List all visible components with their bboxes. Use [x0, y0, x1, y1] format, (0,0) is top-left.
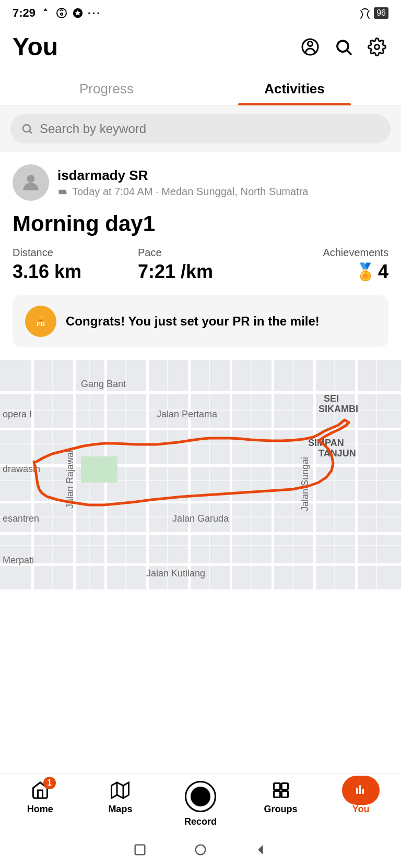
stat-achievements: Achievements 🏅 4 — [263, 247, 388, 283]
nav-circle[interactable] — [191, 840, 210, 859]
user-info: isdarmady SR Today at 7:04 AM · Medan Su… — [13, 164, 388, 201]
achievements-value: 4 — [378, 261, 388, 283]
tab-activities[interactable]: Activities — [200, 71, 388, 105]
system-nav-bar — [0, 831, 401, 868]
stat-distance: Distance 3.16 km — [13, 247, 138, 283]
nav-square[interactable] — [131, 840, 149, 859]
svg-point-3 — [308, 41, 313, 46]
svg-text:esantren: esantren — [3, 513, 39, 524]
shoe-icon — [57, 187, 68, 197]
nav-record[interactable]: Record — [160, 780, 241, 827]
svg-rect-38 — [209, 360, 210, 589]
status-bar: 7:29 ··· 96 — [0, 0, 401, 24]
page-title: You — [13, 32, 58, 61]
svg-point-4 — [337, 41, 348, 52]
svg-marker-58 — [112, 782, 129, 798]
svg-point-6 — [375, 44, 380, 49]
svg-rect-68 — [362, 789, 364, 794]
svg-rect-40 — [292, 360, 293, 589]
achievements-label: Achievements — [263, 247, 388, 259]
svg-rect-43 — [81, 456, 117, 483]
svg-text:Jalan Rajawali: Jalan Rajawali — [65, 448, 75, 509]
activity-card: isdarmady SR Today at 7:04 AM · Medan Su… — [0, 152, 401, 347]
search-input[interactable] — [40, 122, 380, 136]
svg-rect-27 — [313, 360, 316, 589]
svg-rect-31 — [0, 480, 401, 481]
svg-line-5 — [347, 50, 351, 54]
distance-label: Distance — [13, 247, 138, 259]
svg-text:SEI: SEI — [324, 393, 339, 404]
nav-groups-label: Groups — [264, 804, 298, 815]
record-button[interactable] — [185, 781, 216, 812]
svg-rect-42 — [376, 360, 377, 589]
svg-rect-19 — [0, 563, 401, 566]
tab-progress[interactable]: Progress — [13, 71, 200, 105]
svg-rect-18 — [0, 532, 401, 535]
nav-home-label: Home — [27, 804, 53, 815]
svg-rect-28 — [355, 360, 358, 589]
svg-point-70 — [196, 845, 206, 855]
svg-rect-16 — [0, 464, 401, 467]
search-icon[interactable] — [332, 35, 355, 58]
avatar — [13, 164, 49, 201]
svg-rect-66 — [356, 788, 358, 794]
you-icon — [351, 780, 370, 799]
svg-text:Jalan Kutilang: Jalan Kutilang — [146, 568, 205, 578]
svg-rect-69 — [135, 845, 145, 855]
header-actions — [299, 35, 388, 58]
stats-row: Distance 3.16 km Pace 7:21 /km Achieveme… — [13, 247, 388, 283]
svg-rect-13 — [0, 360, 401, 589]
nav-maps-label: Maps — [108, 804, 132, 815]
groups-icon — [272, 781, 290, 800]
stat-pace: Pace 7:21 /km — [138, 247, 263, 283]
svg-text:TANJUN: TANJUN — [319, 448, 356, 459]
svg-rect-39 — [251, 360, 252, 589]
svg-text:PR: PR — [37, 321, 45, 327]
svg-rect-14 — [0, 391, 401, 394]
svg-rect-24 — [188, 360, 191, 589]
svg-rect-64 — [281, 791, 288, 798]
nav-back[interactable] — [252, 840, 270, 859]
svg-rect-26 — [272, 360, 274, 589]
settings-icon[interactable] — [365, 35, 388, 58]
nav-maps[interactable]: Maps — [80, 780, 161, 827]
svg-rect-25 — [230, 360, 232, 589]
page-header: You — [0, 24, 401, 71]
svg-text:Jalan Pertama: Jalan Pertama — [157, 409, 218, 419]
username: isdarmady SR — [57, 167, 308, 184]
nav-groups[interactable]: Groups — [241, 780, 321, 827]
pr-icon: 🏆 PR — [25, 306, 56, 337]
svg-point-7 — [23, 125, 30, 132]
pace-value: 7:21 /km — [138, 261, 263, 283]
svg-text:Jalan Sungai: Jalan Sungai — [300, 457, 310, 511]
activity-title: Morning day1 — [13, 211, 388, 236]
svg-text:opera I: opera I — [3, 409, 32, 419]
pace-label: Pace — [138, 247, 263, 259]
svg-rect-34 — [52, 360, 53, 589]
pr-banner: 🏆 PR Congrats! You just set your PR in t… — [13, 295, 388, 347]
tab-bar: Progress Activities — [0, 71, 401, 106]
search-box[interactable] — [10, 114, 391, 143]
pr-message: Congrats! You just set your PR in the mi… — [66, 314, 320, 329]
home-badge: 1 — [43, 777, 56, 789]
svg-rect-63 — [274, 791, 280, 798]
nav-home[interactable]: 1 Home — [0, 780, 80, 827]
svg-rect-62 — [281, 783, 288, 790]
svg-point-9 — [27, 175, 35, 183]
svg-rect-33 — [0, 545, 401, 546]
status-time: 7:29 ··· — [13, 6, 101, 20]
search-section — [0, 106, 401, 152]
nav-record-label: Record — [184, 816, 217, 827]
svg-point-1 — [61, 13, 63, 15]
nav-you-label: You — [352, 804, 370, 815]
bottom-nav: 1 Home Maps Record — [0, 773, 401, 831]
maps-icon — [111, 781, 129, 800]
profile-icon[interactable] — [299, 35, 322, 58]
svg-rect-36 — [125, 360, 126, 589]
svg-rect-23 — [146, 360, 149, 589]
svg-marker-71 — [258, 845, 263, 855]
svg-rect-37 — [167, 360, 168, 589]
map-section[interactable]: Gang Bant opera I Jalan Pertama SEI SIKA… — [0, 360, 401, 589]
nav-you[interactable]: You — [321, 780, 401, 827]
svg-text:SIKAMBI: SIKAMBI — [319, 404, 358, 414]
